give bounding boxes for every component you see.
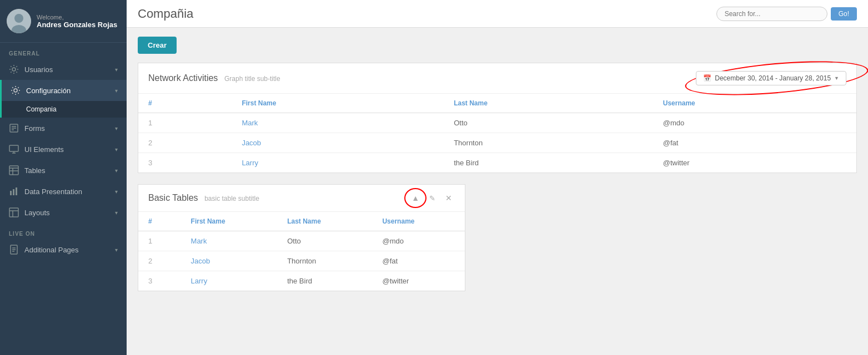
chart-icon (9, 186, 19, 196)
search-area: Go! (716, 7, 857, 21)
svg-rect-9 (9, 145, 18, 151)
svg-rect-19 (9, 208, 18, 217)
col-lastname-header: Last Name (444, 94, 653, 113)
section-label-live-on: LIVE ON (0, 223, 127, 239)
basic-panel-title-area: Basic Tables basic table subtitle (148, 193, 259, 203)
network-panel-header: Network Activities Graph title sub-title… (138, 63, 856, 94)
row1-lastname: Otto (444, 113, 653, 133)
chevron-down-icon-7: ▾ (115, 210, 118, 216)
basic-table-row-2: 2 Jacob Thornton @fat (138, 251, 465, 271)
basic-row3-lastname: the Bird (277, 271, 372, 291)
network-table: # First Name Last Name Username 1 Mark O… (138, 94, 856, 173)
basic-panel-header: Basic Tables basic table subtitle ▲ ✎ ✕ (138, 185, 465, 212)
close-panel-button[interactable]: ✕ (443, 192, 455, 204)
basic-table-row-1: 1 Mark Otto @mdo (138, 231, 465, 251)
row3-lastname: the Bird (444, 153, 653, 173)
basic-row2-firstname: Jacob (181, 251, 278, 271)
date-picker-button[interactable]: 📅 December 30, 2014 - January 28, 2015 (696, 71, 846, 85)
compania-label: Compania (26, 105, 57, 113)
gear-icon-2 (11, 85, 21, 95)
ui-elements-label: UI Elements (24, 145, 115, 154)
basic-col-firstname-header: First Name (181, 212, 278, 231)
basic-col-username-header: Username (372, 212, 465, 231)
basic-row1-username: @mdo (372, 231, 465, 251)
svg-point-1 (14, 14, 23, 23)
layouts-label: Layouts (24, 209, 115, 217)
chevron-down-icon-2: ▾ (115, 88, 118, 94)
sidebar: Welcome, Andres Gonzales Rojas GENERAL U… (0, 0, 127, 355)
sidebar-item-ui-elements[interactable]: UI Elements ▾ (0, 139, 127, 160)
date-circle-annotation: 📅 December 30, 2014 - January 28, 2015 (696, 71, 846, 85)
calendar-icon: 📅 (703, 74, 711, 82)
col-username-header: Username (653, 94, 856, 113)
gear-icon (9, 64, 19, 74)
network-panel-controls: 📅 December 30, 2014 - January 28, 2015 (696, 71, 846, 85)
search-button[interactable]: Go! (831, 7, 857, 21)
row3-firstname: Larry (232, 153, 444, 173)
date-range-text: December 30, 2014 - January 28, 2015 (715, 74, 831, 82)
network-panel-table: # First Name Last Name Username 1 Mark O… (138, 94, 856, 173)
col-firstname-header: First Name (232, 94, 444, 113)
forms-label: Forms (24, 124, 115, 133)
sidebar-username: Andres Gonzales Rojas (37, 21, 117, 29)
row1-firstname: Mark (232, 113, 444, 133)
edit-icon (9, 123, 19, 133)
svg-rect-16 (10, 191, 12, 195)
content-area: Crear Network Activities Graph title sub… (127, 28, 868, 355)
basic-tables-panel: Basic Tables basic table subtitle ▲ ✎ ✕ … (138, 184, 465, 291)
basic-col-lastname-header: Last Name (277, 212, 372, 231)
monitor-icon (9, 144, 19, 154)
file-icon (9, 245, 19, 255)
chevron-down-icon: ▾ (115, 67, 118, 73)
row2-username: @fat (653, 133, 856, 153)
basic-row3-num: 3 (138, 271, 181, 291)
network-table-row-1: 1 Mark Otto @mdo (138, 113, 856, 133)
basic-row1-firstname: Mark (181, 231, 278, 251)
avatar (7, 9, 31, 33)
chevron-down-icon-3: ▾ (115, 125, 118, 131)
basic-row2-lastname: Thornton (277, 251, 372, 271)
sidebar-item-configuracion[interactable]: Configuración ▾ (0, 80, 127, 101)
svg-point-3 (12, 68, 16, 71)
sidebar-item-data-presentation[interactable]: Data Presentation ▾ (0, 181, 127, 202)
basic-panel-title: Basic Tables (148, 193, 198, 202)
sidebar-item-layouts[interactable]: Layouts ▾ (0, 202, 127, 223)
search-input[interactable] (716, 7, 827, 21)
basic-table: # First Name Last Name Username 1 Mark O… (138, 212, 465, 291)
svg-rect-18 (16, 187, 17, 195)
svg-rect-17 (13, 189, 14, 195)
sidebar-item-usuarios[interactable]: Usuarios ▾ (0, 59, 127, 80)
basic-row2-username: @fat (372, 251, 465, 271)
sidebar-item-tables[interactable]: Tables ▾ (0, 160, 127, 181)
network-panel-subtitle: Graph title sub-title (224, 75, 280, 83)
network-panel-title-area: Network Activities Graph title sub-title (148, 73, 280, 83)
network-activities-panel: Network Activities Graph title sub-title… (138, 63, 857, 173)
topbar: Compañia Go! (127, 0, 868, 28)
additional-pages-label: Additional Pages (24, 246, 115, 254)
basic-panel-table: # First Name Last Name Username 1 Mark O… (138, 212, 465, 291)
data-presentation-label: Data Presentation (24, 187, 115, 196)
network-panel-title: Network Activities (148, 73, 218, 83)
row3-num: 3 (138, 153, 232, 173)
chevron-down-icon-6: ▾ (115, 189, 118, 195)
tables-label: Tables (24, 166, 115, 175)
configuracion-label: Configuración (26, 87, 115, 95)
main-content: Compañia Go! Crear Network Activities Gr… (127, 0, 868, 355)
row3-username: @twitter (653, 153, 856, 173)
basic-panel-subtitle: basic table subtitle (204, 195, 259, 202)
sidebar-item-forms[interactable]: Forms ▾ (0, 118, 127, 139)
sidebar-subitem-compania[interactable]: Compania (0, 101, 127, 118)
sidebar-item-additional-pages[interactable]: Additional Pages ▾ (0, 239, 127, 260)
collapse-button[interactable]: ▲ (409, 192, 422, 204)
section-label-general: GENERAL (0, 43, 127, 59)
edit-panel-button[interactable]: ✎ (427, 193, 438, 204)
network-table-row-2: 2 Jacob Thornton @fat (138, 133, 856, 153)
table-icon (9, 165, 19, 175)
crear-button[interactable]: Crear (138, 37, 177, 54)
usuarios-label: Usuarios (24, 65, 115, 74)
svg-point-4 (14, 89, 17, 92)
network-table-row-3: 3 Larry the Bird @twitter (138, 153, 856, 173)
basic-row1-num: 1 (138, 231, 181, 251)
basic-row3-username: @twitter (372, 271, 465, 291)
basic-row2-num: 2 (138, 251, 181, 271)
